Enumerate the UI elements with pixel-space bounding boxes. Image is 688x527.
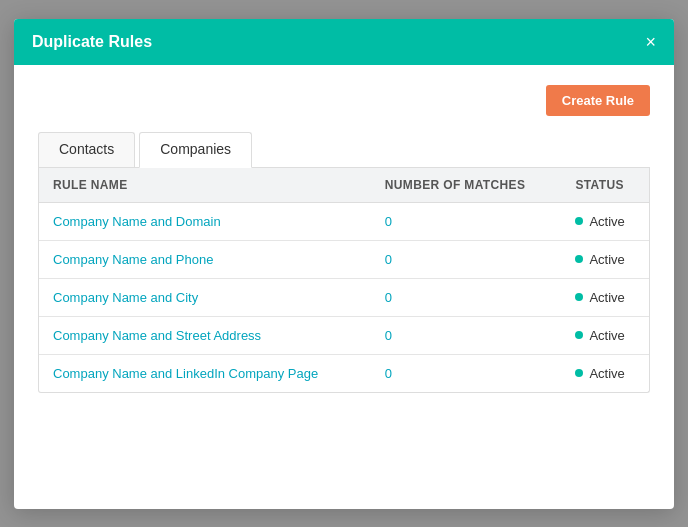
rule-name-cell: Company Name and Domain <box>39 202 371 240</box>
status-dot <box>575 369 583 377</box>
duplicate-rules-modal: Duplicate Rules × Create Rule Contacts C… <box>14 19 674 509</box>
rules-table: RULE NAME NUMBER OF MATCHES STATUS Compa… <box>39 168 649 392</box>
tab-companies[interactable]: Companies <box>139 132 252 168</box>
status-cell: Active <box>561 278 649 316</box>
modal-title: Duplicate Rules <box>32 33 152 51</box>
matches-cell: 0 <box>371 278 562 316</box>
modal-header: Duplicate Rules × <box>14 19 674 65</box>
status-cell: Active <box>561 316 649 354</box>
table-body: Company Name and Domain0ActiveCompany Na… <box>39 202 649 392</box>
status-cell: Active <box>561 354 649 392</box>
modal-overlay: Duplicate Rules × Create Rule Contacts C… <box>0 0 688 527</box>
create-rule-button[interactable]: Create Rule <box>546 85 650 116</box>
tabs-container: Contacts Companies <box>38 132 650 168</box>
rule-name-cell: Company Name and LinkedIn Company Page <box>39 354 371 392</box>
close-button[interactable]: × <box>645 33 656 51</box>
col-rule-name: RULE NAME <box>39 168 371 203</box>
table-row: Company Name and Phone0Active <box>39 240 649 278</box>
matches-cell: 0 <box>371 202 562 240</box>
rule-name-cell: Company Name and Street Address <box>39 316 371 354</box>
status-dot <box>575 217 583 225</box>
col-status: STATUS <box>561 168 649 203</box>
status-text: Active <box>589 290 624 305</box>
status-text: Active <box>589 252 624 267</box>
modal-body: Create Rule Contacts Companies RULE NAME… <box>14 65 674 509</box>
table-row: Company Name and LinkedIn Company Page0A… <box>39 354 649 392</box>
rule-name-link[interactable]: Company Name and Domain <box>53 214 221 229</box>
tab-contacts[interactable]: Contacts <box>38 132 135 167</box>
matches-cell: 0 <box>371 240 562 278</box>
toolbar: Create Rule <box>38 85 650 116</box>
table-row: Company Name and Domain0Active <box>39 202 649 240</box>
rules-table-container: RULE NAME NUMBER OF MATCHES STATUS Compa… <box>38 168 650 393</box>
status-dot <box>575 331 583 339</box>
rule-name-cell: Company Name and City <box>39 278 371 316</box>
matches-cell: 0 <box>371 354 562 392</box>
rule-name-link[interactable]: Company Name and Street Address <box>53 328 261 343</box>
table-row: Company Name and Street Address0Active <box>39 316 649 354</box>
rule-name-link[interactable]: Company Name and City <box>53 290 198 305</box>
col-matches: NUMBER OF MATCHES <box>371 168 562 203</box>
status-text: Active <box>589 366 624 381</box>
matches-cell: 0 <box>371 316 562 354</box>
status-text: Active <box>589 328 624 343</box>
status-cell: Active <box>561 240 649 278</box>
table-header: RULE NAME NUMBER OF MATCHES STATUS <box>39 168 649 203</box>
rule-name-cell: Company Name and Phone <box>39 240 371 278</box>
rule-name-link[interactable]: Company Name and LinkedIn Company Page <box>53 366 318 381</box>
rule-name-link[interactable]: Company Name and Phone <box>53 252 213 267</box>
status-cell: Active <box>561 202 649 240</box>
status-text: Active <box>589 214 624 229</box>
status-dot <box>575 293 583 301</box>
table-row: Company Name and City0Active <box>39 278 649 316</box>
status-dot <box>575 255 583 263</box>
